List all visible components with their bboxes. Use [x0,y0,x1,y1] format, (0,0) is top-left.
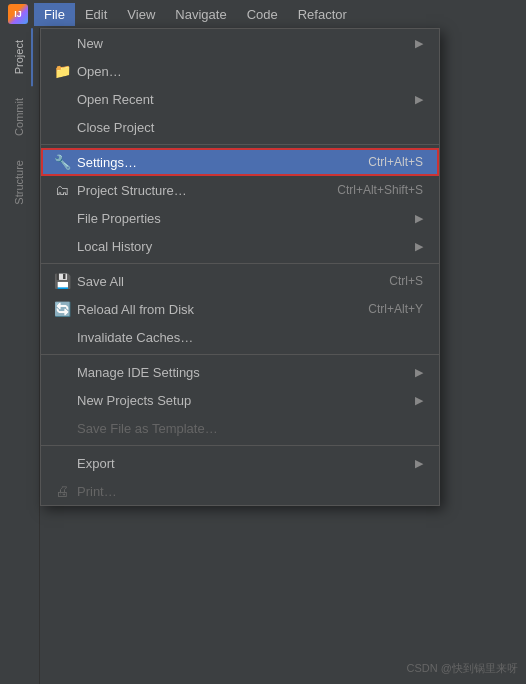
settings-shortcut: Ctrl+Alt+S [368,155,423,169]
menu-item-open-label: Open… [77,64,423,79]
close-project-icon [53,118,71,136]
intellij-logo: IJ [8,4,28,24]
menu-item-save-all[interactable]: 💾 Save All Ctrl+S [41,267,439,295]
menu-item-save-all-label: Save All [77,274,369,289]
save-all-shortcut: Ctrl+S [389,274,423,288]
menu-navigate[interactable]: Navigate [165,3,236,26]
menu-view[interactable]: View [117,3,165,26]
main-layout: Project Commit Structure New ▶ 📁 Open… O… [0,28,526,684]
file-dropdown-menu: New ▶ 📁 Open… Open Recent ▶ Close Projec… [40,28,440,506]
export-arrow-icon: ▶ [415,457,423,470]
menu-item-manage-ide-label: Manage IDE Settings [77,365,411,380]
menu-item-open-recent[interactable]: Open Recent ▶ [41,85,439,113]
menu-item-manage-ide-settings[interactable]: Manage IDE Settings ▶ [41,358,439,386]
menu-file[interactable]: File [34,3,75,26]
divider-3 [41,354,439,355]
menu-item-invalidate-caches[interactable]: Invalidate Caches… [41,323,439,351]
open-recent-arrow-icon: ▶ [415,93,423,106]
sidebar-tab-commit[interactable]: Commit [7,86,33,148]
menu-item-new-projects-setup[interactable]: New Projects Setup ▶ [41,386,439,414]
manage-ide-icon [53,363,71,381]
project-structure-shortcut: Ctrl+Alt+Shift+S [337,183,423,197]
file-properties-icon [53,209,71,227]
menu-item-save-file-as-template: Save File as Template… [41,414,439,442]
menu-item-settings-label: Settings… [77,155,348,170]
menu-item-save-file-template-label: Save File as Template… [77,421,423,436]
menu-item-local-history[interactable]: Local History ▶ [41,232,439,260]
file-properties-arrow-icon: ▶ [415,212,423,225]
save-all-icon: 💾 [53,272,71,290]
dropdown-container: New ▶ 📁 Open… Open Recent ▶ Close Projec… [40,28,526,684]
menu-item-project-structure[interactable]: 🗂 Project Structure… Ctrl+Alt+Shift+S [41,176,439,204]
menu-item-reload-label: Reload All from Disk [77,302,348,317]
watermark-text: CSDN @快到锅里来呀 [407,662,518,674]
menu-item-reload-from-disk[interactable]: 🔄 Reload All from Disk Ctrl+Alt+Y [41,295,439,323]
project-structure-icon: 🗂 [53,181,71,199]
new-arrow-icon: ▶ [415,37,423,50]
menu-edit[interactable]: Edit [75,3,117,26]
title-bar: IJ File Edit View Navigate Code Refactor [0,0,526,28]
menu-item-invalidate-caches-label: Invalidate Caches… [77,330,423,345]
menu-item-print: 🖨 Print… [41,477,439,505]
new-projects-setup-icon [53,391,71,409]
menu-item-close-project-label: Close Project [77,120,423,135]
menu-item-export[interactable]: Export ▶ [41,449,439,477]
menu-item-print-label: Print… [77,484,423,499]
divider-2 [41,263,439,264]
menu-item-local-history-label: Local History [77,239,411,254]
print-icon: 🖨 [53,482,71,500]
menu-item-open[interactable]: 📁 Open… [41,57,439,85]
new-icon [53,34,71,52]
menu-item-new-label: New [77,36,411,51]
menu-item-settings[interactable]: 🔧 Settings… Ctrl+Alt+S [41,148,439,176]
divider-4 [41,445,439,446]
menu-bar: File Edit View Navigate Code Refactor [34,3,357,26]
settings-icon: 🔧 [53,153,71,171]
menu-item-close-project[interactable]: Close Project [41,113,439,141]
menu-item-export-label: Export [77,456,411,471]
open-icon: 📁 [53,62,71,80]
save-file-template-icon [53,419,71,437]
reload-shortcut: Ctrl+Alt+Y [368,302,423,316]
menu-item-project-structure-label: Project Structure… [77,183,317,198]
export-icon [53,454,71,472]
new-projects-setup-arrow-icon: ▶ [415,394,423,407]
open-recent-icon [53,90,71,108]
divider-1 [41,144,439,145]
invalidate-caches-icon [53,328,71,346]
menu-item-file-properties-label: File Properties [77,211,411,226]
sidebar: Project Commit Structure [0,28,40,684]
menu-item-file-properties[interactable]: File Properties ▶ [41,204,439,232]
watermark: CSDN @快到锅里来呀 [407,661,518,676]
menu-code[interactable]: Code [237,3,288,26]
reload-icon: 🔄 [53,300,71,318]
local-history-arrow-icon: ▶ [415,240,423,253]
app-icon: IJ [8,4,28,24]
local-history-icon [53,237,71,255]
menu-item-new-projects-setup-label: New Projects Setup [77,393,411,408]
menu-refactor[interactable]: Refactor [288,3,357,26]
sidebar-tab-structure[interactable]: Structure [7,148,33,217]
sidebar-tab-project[interactable]: Project [7,28,33,86]
manage-ide-arrow-icon: ▶ [415,366,423,379]
menu-item-open-recent-label: Open Recent [77,92,411,107]
menu-item-new[interactable]: New ▶ [41,29,439,57]
